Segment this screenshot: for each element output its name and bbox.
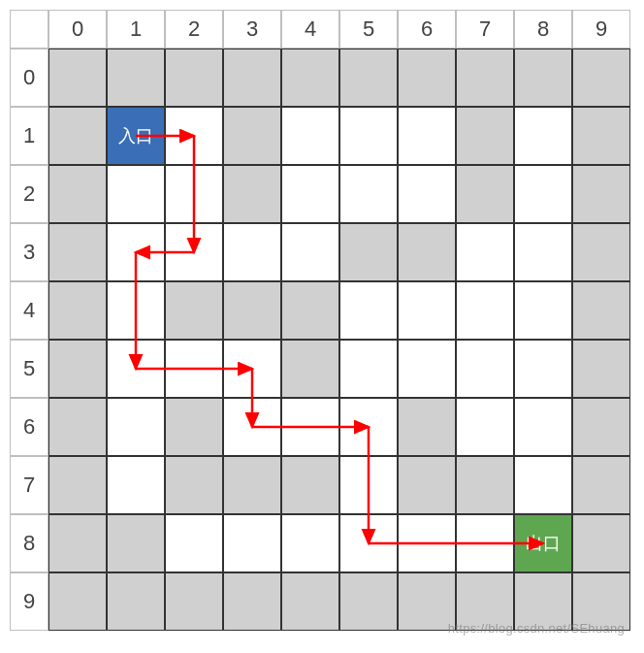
col-header-9: 9 [572, 10, 630, 49]
cell-6-8 [514, 398, 572, 456]
row-header-0: 0 [10, 49, 48, 107]
cell-3-6 [398, 223, 456, 281]
cell-5-9 [572, 340, 630, 398]
cell-8-1 [107, 514, 165, 572]
cell-4-3 [223, 281, 281, 340]
cell-5-7 [456, 340, 514, 398]
cell-5-2 [165, 340, 223, 398]
cell-4-6 [398, 281, 456, 340]
col-header-4: 4 [281, 10, 339, 49]
col-header-6: 6 [398, 10, 456, 49]
cell-7-1 [107, 456, 165, 514]
cell-4-2 [165, 281, 223, 340]
col-header-2: 2 [165, 10, 223, 49]
cell-5-8 [514, 340, 572, 398]
cell-6-9 [572, 398, 630, 456]
cell-1-9 [572, 107, 630, 165]
cell-5-4 [281, 340, 339, 398]
exit-cell: 出口 [514, 514, 572, 572]
cell-0-5 [339, 49, 398, 107]
cell-3-5 [339, 223, 398, 281]
row-header-6: 6 [10, 398, 48, 456]
cell-9-1 [107, 572, 165, 631]
cell-7-9 [572, 456, 630, 514]
cell-4-8 [514, 281, 572, 340]
cell-9-3 [223, 572, 281, 631]
cell-6-5 [339, 398, 398, 456]
col-header-3: 3 [223, 10, 281, 49]
cell-8-4 [281, 514, 339, 572]
cell-4-9 [572, 281, 630, 340]
cell-3-0 [48, 223, 107, 281]
cell-9-7 [456, 572, 514, 631]
row-header-8: 8 [10, 514, 48, 572]
cell-0-1 [107, 49, 165, 107]
cell-2-1 [107, 165, 165, 223]
cell-6-1 [107, 398, 165, 456]
cell-7-8 [514, 456, 572, 514]
cell-2-0 [48, 165, 107, 223]
cell-7-2 [165, 456, 223, 514]
cell-7-5 [339, 456, 398, 514]
cell-8-9 [572, 514, 630, 572]
cell-7-0 [48, 456, 107, 514]
cell-8-5 [339, 514, 398, 572]
cell-9-4 [281, 572, 339, 631]
cell-4-4 [281, 281, 339, 340]
cell-9-0 [48, 572, 107, 631]
cell-2-8 [514, 165, 572, 223]
cell-0-6 [398, 49, 456, 107]
cell-3-9 [572, 223, 630, 281]
cell-3-8 [514, 223, 572, 281]
cell-3-3 [223, 223, 281, 281]
cell-3-7 [456, 223, 514, 281]
cell-2-7 [456, 165, 514, 223]
maze-grid: 012345678901入口2345678出口9 [10, 10, 634, 631]
cell-8-3 [223, 514, 281, 572]
cell-0-0 [48, 49, 107, 107]
cell-8-7 [456, 514, 514, 572]
cell-6-6 [398, 398, 456, 456]
maze-container: 012345678901入口2345678出口9 [10, 10, 634, 631]
cell-0-2 [165, 49, 223, 107]
row-header-5: 5 [10, 340, 48, 398]
row-header-7: 7 [10, 456, 48, 514]
cell-3-4 [281, 223, 339, 281]
cell-5-5 [339, 340, 398, 398]
cell-5-3 [223, 340, 281, 398]
cell-4-1 [107, 281, 165, 340]
cell-9-5 [339, 572, 398, 631]
cell-2-3 [223, 165, 281, 223]
col-header-5: 5 [339, 10, 398, 49]
entrance-cell: 入口 [107, 107, 165, 165]
cell-0-7 [456, 49, 514, 107]
cell-0-3 [223, 49, 281, 107]
cell-1-7 [456, 107, 514, 165]
cell-8-0 [48, 514, 107, 572]
cell-0-4 [281, 49, 339, 107]
grid-corner [10, 10, 48, 49]
col-header-8: 8 [514, 10, 572, 49]
cell-0-8 [514, 49, 572, 107]
cell-1-5 [339, 107, 398, 165]
cell-1-6 [398, 107, 456, 165]
cell-5-1 [107, 340, 165, 398]
cell-2-2 [165, 165, 223, 223]
cell-9-2 [165, 572, 223, 631]
cell-9-6 [398, 572, 456, 631]
cell-6-3 [223, 398, 281, 456]
cell-4-5 [339, 281, 398, 340]
cell-1-4 [281, 107, 339, 165]
cell-2-9 [572, 165, 630, 223]
cell-8-6 [398, 514, 456, 572]
row-header-2: 2 [10, 165, 48, 223]
cell-6-0 [48, 398, 107, 456]
cell-6-2 [165, 398, 223, 456]
cell-6-7 [456, 398, 514, 456]
cell-4-0 [48, 281, 107, 340]
cell-1-8 [514, 107, 572, 165]
cell-2-6 [398, 165, 456, 223]
col-header-7: 7 [456, 10, 514, 49]
row-header-9: 9 [10, 572, 48, 631]
cell-5-0 [48, 340, 107, 398]
